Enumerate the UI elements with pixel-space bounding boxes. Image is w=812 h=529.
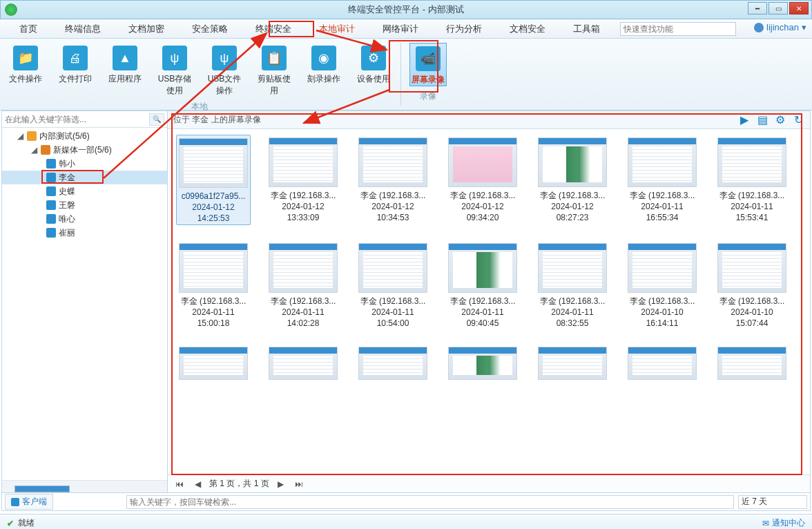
menu-home[interactable]: 首页 [14,20,43,38]
scrollbar-thumb[interactable] [14,485,70,492]
page-prev[interactable]: ◀ [191,478,204,490]
recording-label: 李金 (192.168.3...2024-01-1109:40:45 [444,296,521,329]
recording-thumbnail [448,243,517,293]
ribbon-group-label-recording: 录像 [420,90,436,102]
recording-item[interactable] [445,344,520,380]
menu-local-audit[interactable]: 本地审计 [313,20,360,38]
quick-search-input[interactable] [620,22,736,36]
avatar-icon [754,23,764,32]
notification-center[interactable]: ✉ 通知中心 [762,517,805,529]
recordings-grid: c0996a1f27a95...2024-01-1214:25:53李金 (19… [168,129,810,474]
ribbon-file-ops[interactable]: 📁文件操作 [7,43,44,97]
recording-item[interactable] [176,344,251,380]
tree-root[interactable]: ◢内部测试(5/6) [2,129,167,143]
ribbon-toolbar: 📁文件操作 🖨文件打印 ▲应用程序 ψUSB存储使用 ψUSB文件操作 📋剪贴板… [0,39,812,110]
page-last[interactable]: ⏭ [293,478,305,490]
recording-item[interactable] [535,344,610,380]
sidebar-search: 🔍 [2,111,167,128]
content-panel: 位于 李金 上的屏幕录像 ▶ ▤ ⚙ ↻ c0996a1f27a95...202… [168,111,810,492]
gear-icon[interactable]: ⚙ [774,114,786,126]
tree-client-0[interactable]: 韩小 [2,157,167,171]
keyword-input[interactable] [126,495,734,509]
recording-item[interactable]: 李金 (192.168.3...2024-01-1016:14:11 [625,240,699,329]
recording-item[interactable]: 李金 (192.168.3...2024-01-1213:33:09 [266,135,340,225]
printer-icon: 🖨 [63,46,88,70]
sidebar-scrollbar[interactable] [2,480,167,492]
recording-item[interactable]: 李金 (192.168.3...2024-01-1208:27:23 [535,135,610,225]
menu-terminal-security[interactable]: 终端安全 [250,20,297,38]
client-icon [11,498,19,506]
apps-icon: ▲ [113,46,137,70]
breadcrumb-text: 位于 李金 上的屏幕录像 [173,114,261,126]
tree-client-1[interactable]: 李金 [2,171,167,184]
recording-thumbnail [269,347,338,380]
folder-icon: 📁 [13,46,38,70]
collapse-icon[interactable]: ◢ [16,131,24,141]
menu-behavior-analysis[interactable]: 行为分析 [441,20,487,38]
recording-thumbnail [358,347,427,380]
menu-terminal-info[interactable]: 终端信息 [59,20,106,38]
recording-item[interactable]: 李金 (192.168.3...2024-01-1109:40:45 [445,240,520,329]
recording-item[interactable] [356,344,430,380]
sidebar-filter-input[interactable] [5,115,149,124]
recording-label: 李金 (192.168.3...2024-01-1015:07:44 [713,296,791,329]
recording-item[interactable] [266,344,340,380]
recording-label: 李金 (192.168.3...2024-01-1114:02:28 [264,296,342,329]
recording-item[interactable] [625,344,699,380]
page-first[interactable]: ⏮ [173,478,186,490]
tree-dept[interactable]: ◢新媒体一部(5/6) [2,143,167,157]
refresh-icon[interactable]: ↻ [792,114,804,126]
org-tree: ◢内部测试(5/6) ◢新媒体一部(5/6) 韩小 李金 史蝶 王磐 唯心 崔丽 [2,128,167,480]
recording-item[interactable]: 李金 (192.168.3...2024-01-1209:34:20 [445,135,520,225]
menu-network-audit[interactable]: 网络审计 [377,20,424,38]
recording-label: 李金 (192.168.3...2024-01-1108:32:55 [534,296,611,329]
menu-security-policy[interactable]: 安全策略 [186,20,233,38]
ribbon-burn[interactable]: ◉刻录操作 [305,43,342,97]
minimize-button[interactable]: ━ [748,2,767,15]
recording-item[interactable]: 李金 (192.168.3...2024-01-1116:55:34 [625,135,699,225]
tree-client-2[interactable]: 史蝶 [2,184,167,198]
recording-item[interactable]: 李金 (192.168.3...2024-01-1114:02:28 [266,240,340,329]
recording-label: 李金 (192.168.3...2024-01-1115:00:18 [175,296,252,329]
tree-client-4[interactable]: 唯心 [2,212,167,226]
ribbon-divider [400,43,401,106]
tree-client-5[interactable]: 崔丽 [2,226,167,240]
menu-toolbox[interactable]: 工具箱 [568,20,606,38]
menu-doc-security[interactable]: 文档安全 [504,20,551,38]
ribbon-apps[interactable]: ▲应用程序 [106,43,144,97]
play-icon[interactable]: ▶ [738,114,751,126]
ribbon-device[interactable]: ⚙设备使用 [355,43,392,97]
recording-item[interactable] [715,344,789,380]
recording-item[interactable]: 李金 (192.168.3...2024-01-1115:00:18 [176,240,251,329]
recording-thumbnail [448,137,517,187]
list-view-icon[interactable]: ▤ [756,114,768,126]
recording-item[interactable]: c0996a1f27a95...2024-01-1214:25:53 [176,135,251,225]
close-button[interactable]: ✕ [789,2,809,15]
time-filter[interactable] [738,495,807,509]
ribbon-clipboard[interactable]: 📋剪贴板使用 [255,43,293,97]
maximize-button[interactable]: ▭ [768,2,788,15]
recording-item[interactable]: 李金 (192.168.3...2024-01-1108:32:55 [535,240,610,329]
menu-doc-encrypt[interactable]: 文档加密 [123,20,170,38]
recording-label: 李金 (192.168.3...2024-01-1210:34:53 [354,190,432,224]
ribbon-usb-storage[interactable]: ψUSB存储使用 [156,43,193,97]
user-menu[interactable]: lijinchan ▾ [754,22,806,32]
recording-item[interactable]: 李金 (192.168.3...2024-01-1110:54:00 [356,240,430,329]
filter-icon[interactable]: 🔍 [149,113,164,126]
ribbon-usb-file[interactable]: ψUSB文件操作 [206,43,243,97]
client-icon [46,214,56,224]
recording-thumbnail [717,243,786,293]
ribbon-screen-recording[interactable]: 📹屏幕录像 [409,43,447,86]
disc-icon: ◉ [311,46,336,70]
collapse-icon[interactable]: ◢ [30,145,38,155]
ribbon-file-print[interactable]: 🖨文件打印 [57,43,94,97]
recording-item[interactable]: 李金 (192.168.3...2024-01-1210:34:53 [356,135,430,225]
recording-item[interactable]: 李金 (192.168.3...2024-01-1115:53:41 [715,135,789,225]
recording-item[interactable]: 李金 (192.168.3...2024-01-1015:07:44 [715,240,789,329]
tree-client-3[interactable]: 王磐 [2,198,167,212]
client-tab[interactable]: 客户端 [5,494,53,510]
recording-label: 李金 (192.168.3...2024-01-1110:54:00 [354,296,432,329]
mail-icon: ✉ [762,519,769,528]
page-next[interactable]: ▶ [275,478,287,490]
recording-label: c0996a1f27a95...2024-01-1214:25:53 [175,191,252,224]
